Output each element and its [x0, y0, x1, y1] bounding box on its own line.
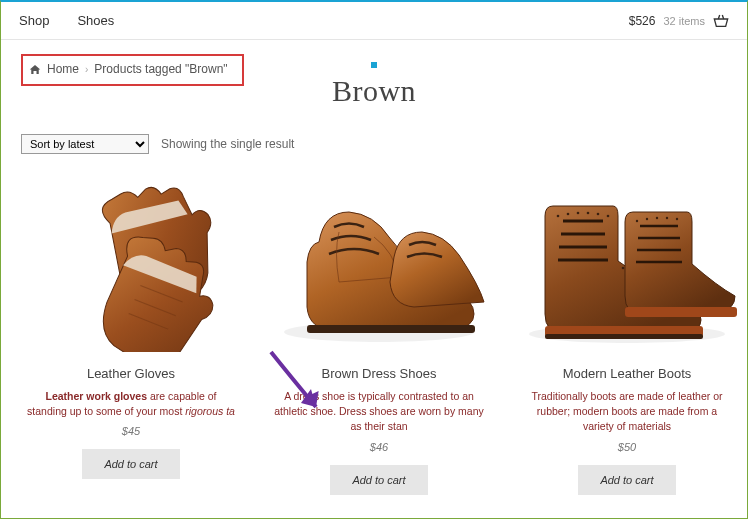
product-description: Traditionally boots are made of leather …	[517, 389, 737, 435]
product-title[interactable]: Modern Leather Boots	[517, 366, 737, 381]
nav-shoes[interactable]: Shoes	[77, 13, 114, 28]
cart-summary[interactable]: $526 32 items	[629, 14, 729, 28]
svg-point-5	[557, 215, 560, 218]
add-to-cart-button[interactable]: Add to cart	[82, 449, 179, 479]
sort-dropdown[interactable]: Sort by latest	[21, 134, 149, 154]
svg-point-6	[567, 213, 570, 216]
svg-point-7	[577, 212, 580, 215]
svg-point-9	[597, 213, 600, 216]
home-icon	[29, 64, 41, 75]
product-title[interactable]: Brown Dress Shoes	[269, 366, 489, 381]
product-card: Leather Gloves Leather work gloves are c…	[21, 172, 241, 495]
svg-point-19	[646, 218, 648, 220]
svg-point-20	[656, 217, 658, 219]
svg-rect-1	[307, 325, 475, 333]
product-image[interactable]	[21, 172, 241, 352]
product-image[interactable]	[269, 172, 489, 352]
product-card: Modern Leather Boots Traditionally boots…	[517, 172, 737, 495]
breadcrumb-current: Products tagged "Brown"	[94, 62, 227, 76]
svg-point-10	[607, 215, 610, 218]
product-price: $45	[21, 425, 241, 437]
svg-point-22	[676, 218, 678, 220]
svg-rect-4	[545, 334, 703, 339]
cart-item-count: 32 items	[663, 15, 705, 27]
product-image[interactable]	[517, 172, 737, 352]
breadcrumb-home[interactable]: Home	[47, 62, 79, 76]
svg-rect-17	[625, 307, 737, 317]
product-grid: Leather Gloves Leather work gloves are c…	[21, 172, 727, 495]
cart-total: $526	[629, 14, 656, 28]
breadcrumb-highlight: Home › Products tagged "Brown"	[21, 54, 244, 86]
svg-point-18	[636, 220, 638, 222]
breadcrumb: Home › Products tagged "Brown"	[29, 62, 228, 76]
basket-icon	[713, 14, 729, 28]
product-card: Brown Dress Shoes A dress shoe is typica…	[269, 172, 489, 495]
product-description: Leather work gloves are capable of stand…	[21, 389, 241, 419]
product-price: $46	[269, 441, 489, 453]
result-count: Showing the single result	[161, 137, 294, 151]
product-description: A dress shoe is typically contrasted to …	[269, 389, 489, 435]
svg-point-11	[622, 267, 625, 270]
add-to-cart-button[interactable]: Add to cart	[578, 465, 675, 495]
product-title[interactable]: Leather Gloves	[21, 366, 241, 381]
svg-point-8	[587, 212, 590, 215]
nav-shop[interactable]: Shop	[19, 13, 49, 28]
title-accent-dot	[371, 62, 377, 68]
product-toolbar: Sort by latest Showing the single result	[21, 134, 727, 154]
main-nav: Shop Shoes	[19, 13, 114, 28]
breadcrumb-separator: ›	[85, 64, 88, 75]
add-to-cart-button[interactable]: Add to cart	[330, 465, 427, 495]
header-bar: Shop Shoes $526 32 items	[1, 2, 747, 40]
product-price: $50	[517, 441, 737, 453]
svg-point-21	[666, 217, 668, 219]
